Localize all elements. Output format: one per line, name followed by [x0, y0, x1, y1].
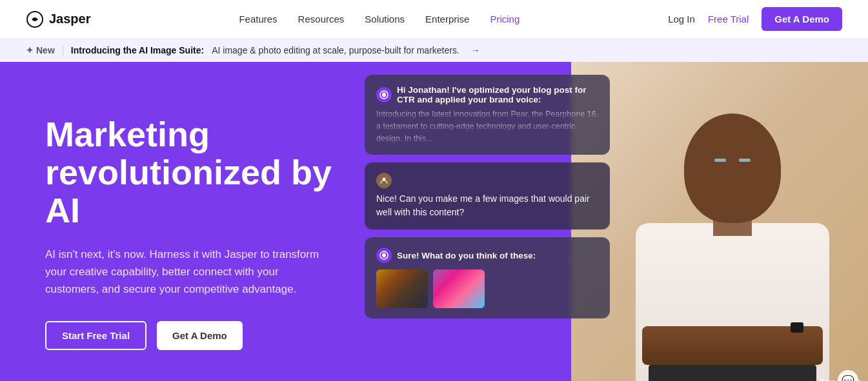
logo-text: Jasper	[49, 12, 91, 26]
bubble2-text: Nice! Can you make me a few images that …	[376, 192, 598, 219]
hero-title: Marketing revolutionized by AI	[45, 115, 342, 230]
spark-icon: ✦	[26, 45, 34, 55]
hero-section: Marketing revolutionized by AI AI isn't …	[0, 62, 868, 381]
logo[interactable]: Jasper	[26, 10, 91, 28]
nav-features[interactable]: Features	[239, 14, 277, 24]
image-thumb-1	[376, 269, 428, 308]
svg-point-5	[382, 253, 386, 258]
announcement-divider	[63, 45, 63, 55]
chat-bubble-2: Nice! Can you make me a few images that …	[365, 162, 610, 230]
bubble1-title: Hi Jonathan! I've optimized your blog po…	[397, 85, 598, 104]
nav-pricing[interactable]: Pricing	[490, 14, 520, 24]
announcement-body: AI image & photo editing at scale, purpo…	[212, 45, 459, 55]
nav-links: Features Resources Solutions Enterprise …	[239, 14, 520, 25]
announcement-bar: ✦ New Introducing the AI Image Suite: AI…	[0, 39, 868, 62]
start-trial-button[interactable]: Start Free Trial	[45, 321, 146, 350]
laptop	[649, 365, 816, 381]
chat-bubble-1: Hi Jonathan! I've optimized your blog po…	[365, 75, 610, 155]
chat-bubble-3-header: Sure! What do you think of these:	[376, 248, 598, 263]
chat-bubble-1-header: Hi Jonathan! I've optimized your blog po…	[376, 85, 598, 104]
hero-right: Hi Jonathan! I've optimized your blog po…	[365, 62, 868, 381]
navbar: Jasper Features Resources Solutions Ente…	[0, 0, 868, 39]
announcement-bold: Introducing the AI Image Suite:	[71, 45, 204, 55]
svg-point-2	[382, 93, 386, 97]
hero-get-demo-button[interactable]: Get A Demo	[157, 321, 243, 350]
chat-bubble-2-header	[376, 173, 598, 188]
image-thumb-2	[433, 269, 485, 308]
eyes-area	[700, 159, 765, 162]
glasses-left	[714, 159, 726, 162]
chat-bubble-3: Sure! What do you think of these:	[365, 237, 610, 318]
hero-buttons: Start Free Trial Get A Demo	[45, 321, 342, 350]
announcement-arrow[interactable]: →	[471, 45, 480, 55]
new-badge: ✦ New	[26, 45, 55, 55]
jasper-avatar	[376, 87, 392, 103]
new-label: New	[36, 45, 55, 55]
nav-right: Log In Free Trial Get A Demo	[668, 7, 842, 31]
chat-images	[376, 269, 598, 308]
user-avatar	[376, 173, 392, 188]
nav-solutions[interactable]: Solutions	[365, 14, 405, 24]
person-background	[571, 62, 868, 381]
hero-subtitle: AI isn't next, it's now. Harness it with…	[45, 246, 329, 298]
login-button[interactable]: Log In	[668, 14, 695, 24]
jasper-avatar-2	[376, 248, 392, 263]
get-demo-button[interactable]: Get A Demo	[762, 7, 842, 31]
glasses-right	[739, 159, 751, 162]
person-head	[684, 113, 781, 223]
hero-left: Marketing revolutionized by AI AI isn't …	[0, 77, 342, 381]
person-figure	[623, 62, 842, 381]
free-trial-button[interactable]: Free Trial	[708, 14, 749, 24]
chat-bubbles: Hi Jonathan! I've optimized your blog po…	[365, 75, 610, 318]
nav-resources[interactable]: Resources	[298, 14, 345, 24]
bubble1-body: Introducing the latest innovation from P…	[376, 108, 598, 144]
nav-enterprise[interactable]: Enterprise	[425, 14, 469, 24]
bubble3-title: Sure! What do you think of these:	[397, 251, 536, 260]
jasper-logo-icon	[26, 10, 44, 28]
watch	[791, 322, 803, 333]
